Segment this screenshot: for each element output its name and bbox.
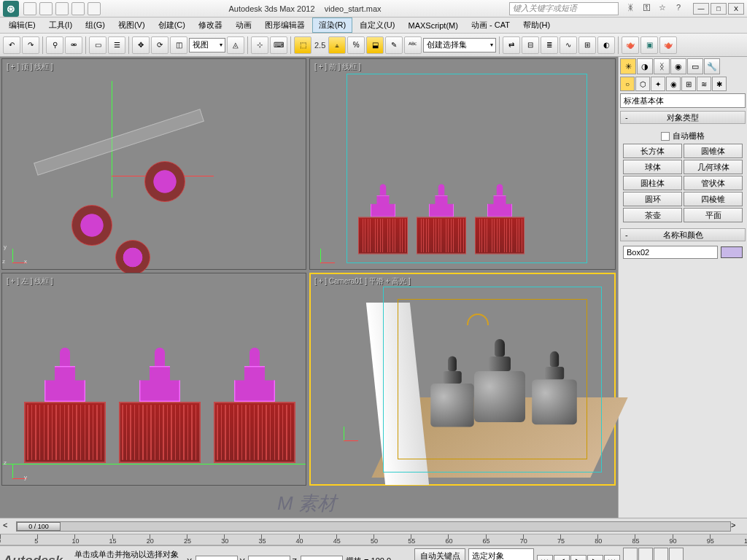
shapes-subtab-icon[interactable]: ⬡ bbox=[635, 77, 650, 91]
timeline-left-icon[interactable]: < bbox=[3, 521, 16, 532]
align-icon[interactable]: ⊟ bbox=[522, 36, 539, 54]
viewport-camera-label[interactable]: [ + ] Camera01 ] 平滑 + 高光 ] bbox=[314, 276, 411, 287]
menu-modifiers[interactable]: 修改器 bbox=[193, 18, 228, 32]
zoom-icon[interactable] bbox=[623, 548, 638, 560]
motion-tab-icon[interactable]: ◉ bbox=[670, 58, 686, 74]
time-slider[interactable]: 0 / 100 bbox=[16, 521, 731, 532]
key-icon[interactable]: ⚿ bbox=[640, 3, 652, 15]
time-ruler[interactable]: 0510152025303540455055606570758085909510… bbox=[0, 534, 747, 545]
keyboard-shortcut-icon[interactable]: ⌨ bbox=[270, 36, 287, 54]
angle-snap-icon[interactable]: ⟁ bbox=[328, 36, 346, 54]
teapot-button[interactable]: 茶壶 bbox=[623, 208, 682, 222]
goto-start-icon[interactable]: ⏮ bbox=[537, 555, 553, 561]
time-handle[interactable]: 0 / 100 bbox=[17, 522, 61, 531]
minimize-button[interactable]: — bbox=[693, 3, 709, 15]
snap-toggle-icon[interactable]: ⬚ bbox=[294, 36, 311, 54]
auto-key-button[interactable]: 自动关键点 bbox=[414, 548, 465, 560]
category-dropdown[interactable]: 标准基本体 bbox=[620, 93, 746, 108]
create-tab-icon[interactable]: ✳ bbox=[620, 58, 636, 74]
torus-button[interactable]: 圆环 bbox=[623, 192, 682, 206]
scale-icon[interactable]: ◫ bbox=[170, 36, 187, 54]
binoculars-icon[interactable]: ᛤ bbox=[624, 3, 636, 15]
modify-tab-icon[interactable]: ◑ bbox=[637, 58, 653, 74]
next-frame-icon[interactable]: ▶ bbox=[587, 555, 603, 561]
render-frame-icon[interactable]: ▣ bbox=[640, 36, 658, 54]
menu-rendering[interactable]: 渲染(R) bbox=[312, 18, 352, 33]
zoom-all-icon[interactable] bbox=[638, 548, 653, 560]
unlink-icon[interactable]: ⚮ bbox=[65, 36, 82, 54]
viewport-camera[interactable]: [ + ] Camera01 ] 平滑 + 高光 ] bbox=[309, 273, 616, 486]
select-icon[interactable]: ▭ bbox=[89, 36, 107, 54]
rollout-name-color[interactable]: 名称和颜色 bbox=[620, 228, 746, 241]
help-search-input[interactable]: 键入关键字或短语 bbox=[509, 2, 619, 15]
systems-subtab-icon[interactable]: ✱ bbox=[712, 77, 727, 91]
display-tab-icon[interactable]: ▭ bbox=[687, 58, 703, 74]
qat-redo-icon[interactable] bbox=[88, 2, 101, 15]
cameras-subtab-icon[interactable]: ◉ bbox=[666, 77, 681, 91]
coord-z-input[interactable] bbox=[301, 556, 343, 561]
utilities-tab-icon[interactable]: 🔧 bbox=[704, 58, 720, 74]
helpers-subtab-icon[interactable]: ⊞ bbox=[681, 77, 696, 91]
move-icon[interactable]: ✥ bbox=[132, 36, 150, 54]
redo-icon[interactable]: ↷ bbox=[22, 36, 39, 54]
undo-icon[interactable]: ↶ bbox=[3, 36, 20, 54]
menu-anim-cat[interactable]: 动画 - CAT bbox=[465, 18, 516, 32]
menu-maxscript[interactable]: MAXScript(M) bbox=[402, 20, 463, 31]
spacewarps-subtab-icon[interactable]: ≋ bbox=[697, 77, 711, 91]
menu-group[interactable]: 组(G) bbox=[80, 18, 111, 32]
viewport-left-label[interactable]: [ + ] 左 ] 线框 ] bbox=[7, 276, 53, 287]
app-icon[interactable]: ⊛ bbox=[3, 1, 19, 17]
hierarchy-tab-icon[interactable]: ᛝ bbox=[654, 58, 670, 74]
star-icon[interactable]: ☆ bbox=[657, 3, 668, 15]
object-color-swatch[interactable] bbox=[721, 246, 743, 258]
layers-icon[interactable]: ≣ bbox=[541, 36, 558, 54]
menu-create[interactable]: 创建(C) bbox=[152, 18, 191, 32]
rotate-icon[interactable]: ⟳ bbox=[151, 36, 169, 54]
geometry-subtab-icon[interactable]: ○ bbox=[620, 77, 635, 91]
pyramid-button[interactable]: 四棱锥 bbox=[684, 192, 743, 206]
material-editor-icon[interactable]: ◐ bbox=[597, 36, 615, 54]
viewport-front-label[interactable]: [ + ] 前 ] 线框 ] bbox=[314, 62, 361, 72]
timeline-right-icon[interactable]: > bbox=[731, 521, 744, 532]
viewport-left[interactable]: [ + ] 左 ] 线框 ] z y bbox=[1, 273, 306, 486]
cylinder-button[interactable]: 圆柱体 bbox=[623, 176, 682, 190]
schematic-icon[interactable]: ⊞ bbox=[578, 36, 596, 54]
render-setup-icon[interactable]: 🫖 bbox=[622, 36, 639, 54]
object-name-input[interactable] bbox=[623, 246, 718, 259]
qat-new-icon[interactable] bbox=[23, 2, 36, 15]
menu-tools[interactable]: 工具(I) bbox=[43, 18, 78, 32]
zoom-extents-all-icon[interactable] bbox=[669, 548, 684, 560]
select-manip-icon[interactable]: ⊹ bbox=[251, 36, 268, 54]
menu-help[interactable]: 帮助(H) bbox=[517, 18, 556, 32]
viewport-top-label[interactable]: [ + ] 顶 ] 线框 ] bbox=[7, 62, 53, 72]
prev-frame-icon[interactable]: ◀ bbox=[554, 555, 570, 561]
menu-animation[interactable]: 动画 bbox=[230, 18, 258, 32]
viewport-front[interactable]: [ + ] 前 ] 线框 ] bbox=[309, 58, 616, 270]
autogrid-checkbox[interactable]: 自动栅格 bbox=[623, 128, 743, 144]
curve-editor-icon[interactable]: ∿ bbox=[560, 36, 577, 54]
mirror-icon[interactable]: ⇄ bbox=[503, 36, 520, 54]
qat-undo-icon[interactable] bbox=[71, 2, 85, 15]
box-button[interactable]: 长方体 bbox=[623, 144, 682, 158]
render-icon[interactable]: 🫖 bbox=[659, 36, 677, 54]
ref-coord-dropdown[interactable]: 视图 bbox=[189, 38, 225, 52]
sphere-button[interactable]: 球体 bbox=[623, 160, 682, 174]
lights-subtab-icon[interactable]: ✦ bbox=[651, 77, 665, 91]
menu-customize[interactable]: 自定义(U) bbox=[354, 18, 400, 32]
plane-button[interactable]: 平面 bbox=[684, 208, 743, 222]
named-sel-abc-icon[interactable]: ᴬᴮᶜ bbox=[404, 36, 422, 54]
help-icon[interactable]: ? bbox=[673, 3, 684, 15]
edit-named-sel-icon[interactable]: ✎ bbox=[385, 36, 403, 54]
play-icon[interactable]: ▶ bbox=[570, 555, 587, 561]
geosphere-button[interactable]: 几何球体 bbox=[684, 160, 743, 174]
percent-snap-icon[interactable]: % bbox=[347, 36, 365, 54]
coord-x-input[interactable] bbox=[196, 556, 238, 561]
key-mode-dropdown[interactable]: 选定对象 bbox=[468, 548, 534, 560]
spinner-snap-icon[interactable]: ⬓ bbox=[366, 36, 384, 54]
rollout-object-type[interactable]: 对象类型 bbox=[620, 111, 746, 124]
named-selection-dropdown[interactable]: 创建选择集 bbox=[423, 38, 496, 52]
cone-button[interactable]: 圆锥体 bbox=[684, 144, 743, 158]
menu-graph-editors[interactable]: 图形编辑器 bbox=[259, 18, 311, 32]
tube-button[interactable]: 管状体 bbox=[684, 176, 743, 190]
close-button[interactable]: X bbox=[728, 3, 744, 15]
